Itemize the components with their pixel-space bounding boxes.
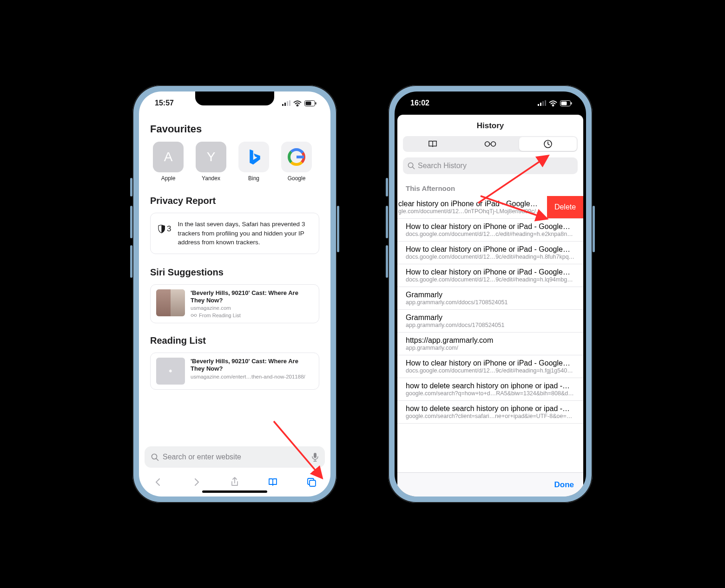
svg-rect-15 [314,453,316,458]
svg-point-13 [194,314,197,317]
mute-switch [130,178,132,196]
share-button[interactable] [229,477,240,490]
svg-point-28 [408,163,413,167]
favourite-google[interactable]: Google [278,142,315,182]
volume-up-button [130,206,132,238]
history-row[interactable]: how to delete search history on iphone o… [397,378,583,401]
history-item-url: docs.google.com/document/d/12…9c/edit#he… [406,367,575,374]
bing-icon [238,142,269,172]
history-item-title: how to delete search history on iphone o… [406,405,575,413]
history-row[interactable]: Grammarlyapp.grammarly.com/ddocs/1708524… [397,287,583,310]
wifi-icon [549,100,557,106]
address-bar[interactable]: Search or enter website [145,446,325,468]
favourite-label: Yandex [193,175,229,182]
google-icon [281,142,312,172]
svg-rect-20 [542,101,544,106]
power-button [593,206,595,252]
svg-rect-2 [287,101,288,106]
history-item-url: app.grammarly.com/ [406,345,575,351]
search-placeholder: Search History [418,162,467,170]
history-item-url: app.grammarly.com/ddocs/1708524051 [406,299,575,306]
reading-item-title: 'Beverly Hills, 90210' Cast: Where Are T… [191,358,313,373]
reading-item-url: usmagazine.com/entert…then-and-now-20118… [191,374,313,379]
book-icon [428,140,438,148]
search-history-field[interactable]: Search History [403,157,578,174]
svg-rect-0 [282,104,283,106]
svg-rect-23 [561,101,567,105]
delete-button[interactable]: Delete [547,196,583,218]
reading-list-heading: Reading List [150,335,319,346]
phone-right: 16:02 History S [388,85,593,503]
privacy-heading: Privacy Report [150,196,319,206]
done-button[interactable]: Done [554,480,574,490]
svg-rect-3 [289,100,290,106]
history-sheet: History Search History This Afternoon [397,115,583,497]
history-row[interactable]: How to clear history on iPhone or iPad -… [397,242,583,264]
clock-icon [543,139,553,149]
battery-icon [560,100,572,106]
history-item-url: docs.google.com/document/d/12…9c/edit#he… [406,254,575,260]
shield-count: 3 [158,224,171,234]
history-list[interactable]: This Afternoon clear history on iPhone o… [397,179,583,472]
siri-heading: Siri Suggestions [150,267,319,278]
glasses-icon [484,141,496,147]
privacy-report-card[interactable]: 3 In the last seven days, Safari has pre… [150,213,319,254]
favourite-tile-apple: A [153,142,184,172]
bookmarks-button[interactable] [267,477,278,490]
notch [451,91,530,105]
glasses-icon [191,314,197,317]
favourite-label: Google [278,175,315,182]
sheet-title: History [397,115,583,136]
tabs-button[interactable] [306,477,317,490]
svg-point-25 [485,142,490,146]
history-item-url: google.com/search?client=safari…ne+or+ip… [406,413,575,419]
svg-rect-5 [306,101,311,105]
history-item-url: gle.com/document/d/12…0nTPOhqTj-LMoj8eri… [398,208,542,215]
search-icon [151,453,159,461]
siri-suggestion-card[interactable]: 'Beverly Hills, 90210' Cast: Where Are T… [150,284,319,324]
svg-rect-24 [571,102,572,105]
reading-list-card[interactable]: ✱ 'Beverly Hills, 90210' Cast: Where Are… [150,353,319,390]
mic-icon[interactable] [312,452,318,462]
history-item-url: docs.google.com/document/d/12…9c/edit#he… [406,276,575,283]
volume-down-button [386,245,388,278]
history-row[interactable]: How to clear history on iPhone or iPad -… [397,264,583,287]
favourite-label: Apple [150,175,186,182]
segment-bookmarks[interactable] [404,137,461,151]
favourites-heading: Favourites [150,123,319,135]
back-button[interactable] [152,477,164,490]
history-row[interactable]: clear history on iPhone or iPad - Google… [397,196,583,219]
cellular-icon [282,100,290,106]
svg-rect-19 [540,103,541,106]
segmented-control[interactable] [403,136,578,152]
history-item-title: How to clear history on iPhone or iPad -… [406,245,575,254]
history-item-title: how to delete search history on iphone o… [406,382,575,390]
history-item-title: Grammarly [406,291,575,299]
history-row[interactable]: Grammarlyapp.grammarly.com/docs/17085240… [397,310,583,333]
history-item-url: google.com/search?q=how+to+d…RA5&biw=132… [406,390,575,397]
cellular-icon [538,100,546,106]
segment-history[interactable] [519,137,577,151]
history-row[interactable]: how to delete search history on iphone o… [397,401,583,424]
history-row[interactable]: How to clear history on iPhone or iPad -… [397,219,583,242]
status-time: 16:02 [410,99,429,107]
history-item-url: app.grammarly.com/docs/1708524051 [406,322,575,328]
svg-rect-6 [316,102,316,105]
siri-item-from: From Reading List [191,313,313,318]
history-item-title: https://app.grammarly.com [406,336,575,345]
history-row[interactable]: How to clear history on iPhone or iPad -… [397,355,583,378]
history-row[interactable]: https://app.grammarly.comapp.grammarly.c… [397,333,583,355]
favourite-yandex[interactable]: Y Yandex [193,142,229,182]
segment-reading-list[interactable] [461,137,519,151]
siri-item-title: 'Beverly Hills, 90210' Cast: Where Are T… [191,289,313,305]
battery-icon [304,100,316,106]
volume-up-button [386,206,388,238]
history-item-title: Grammarly [406,314,575,322]
history-item-title: How to clear history on iPhone or iPad -… [406,359,575,367]
favourite-apple[interactable]: A Apple [150,142,186,182]
favourite-tile-yandex: Y [196,142,226,172]
history-item-title: How to clear history on iPhone or iPad -… [406,268,575,276]
search-icon [408,162,415,170]
forward-button[interactable] [191,477,202,490]
favourite-bing[interactable]: Bing [236,142,272,182]
